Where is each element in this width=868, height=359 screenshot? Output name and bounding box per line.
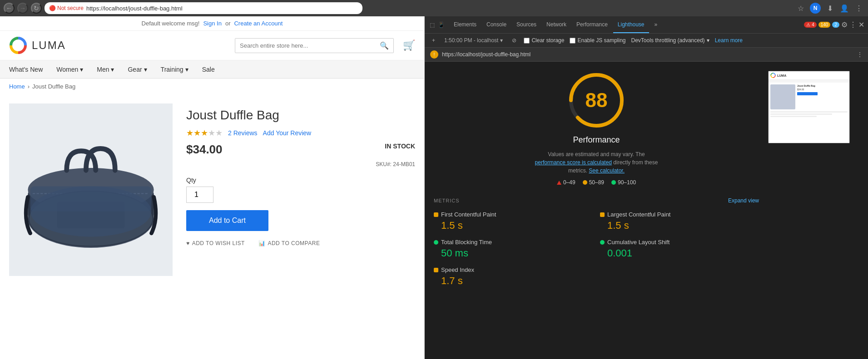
device-icon[interactable]: 📱 bbox=[437, 21, 445, 29]
metric-cls: Cumulative Layout Shift 0.001 bbox=[600, 239, 759, 259]
perf-score-link[interactable]: performance score is calculated bbox=[535, 159, 612, 166]
sign-in-link[interactable]: Sign In bbox=[203, 20, 221, 27]
tab-performance[interactable]: Performance bbox=[572, 16, 612, 33]
create-account-link[interactable]: Create an Account bbox=[234, 20, 283, 27]
menu-icon[interactable]: ⋮ bbox=[853, 3, 864, 14]
search-icon[interactable]: 🔍 bbox=[380, 41, 389, 50]
tab-elements[interactable]: Elements bbox=[449, 16, 481, 33]
legend-red: 0–49 bbox=[557, 179, 575, 186]
browser-chrome: ← → ↻ 🔴 Not secure https://localhost/jou… bbox=[0, 0, 868, 16]
star-4: ★ bbox=[208, 128, 215, 138]
reviews-link[interactable]: 2 Reviews bbox=[228, 129, 258, 137]
enable-js-input[interactable] bbox=[570, 38, 575, 44]
legend-green: 90–100 bbox=[611, 179, 636, 186]
product-image bbox=[9, 103, 173, 276]
expand-view-button[interactable]: Expand view bbox=[728, 197, 759, 204]
extension-icon[interactable]: N bbox=[810, 3, 821, 14]
metric-fcp-icon bbox=[434, 212, 438, 217]
stock-status: IN STOCK bbox=[385, 143, 415, 150]
breadcrumb-home[interactable]: Home bbox=[9, 83, 25, 90]
score-number: 88 bbox=[585, 89, 608, 112]
add-to-compare-link[interactable]: 📊 ADD TO COMPARE bbox=[258, 240, 320, 246]
bookmark-icon[interactable]: ☆ bbox=[795, 3, 806, 14]
or-separator: or bbox=[225, 20, 231, 27]
devtools-mode-icons: ⬚ 📱 bbox=[428, 21, 445, 29]
nav-item-men[interactable]: Men ▾ bbox=[97, 60, 114, 78]
svg-rect-8 bbox=[30, 187, 152, 211]
info-badge: 2 bbox=[832, 22, 839, 28]
add-to-wishlist-link[interactable]: ♥ ADD TO WISH LIST bbox=[186, 240, 245, 246]
more-tabs-button[interactable]: » bbox=[650, 16, 662, 33]
address-bar[interactable]: 🔴 Not secure https://localhost/joust-duf… bbox=[45, 2, 362, 14]
learn-more-link[interactable]: Learn more bbox=[715, 37, 743, 44]
url-warning-icon: ! bbox=[430, 50, 438, 59]
preview-logo-text: LUMA bbox=[777, 74, 786, 77]
tab-lighthouse[interactable]: Lighthouse bbox=[613, 16, 649, 33]
add-session-button[interactable]: + bbox=[430, 36, 437, 44]
star-2: ★ bbox=[193, 128, 201, 138]
clear-storage-input[interactable] bbox=[524, 38, 530, 44]
devtools-toolbar: + 1:50:00 PM - localhost ▾ ⊘ Clear stora… bbox=[425, 34, 868, 48]
enable-js-checkbox[interactable]: Enable JS sampling bbox=[570, 37, 625, 44]
url-text: https://localhost/joust-duffle-bag.html bbox=[86, 5, 183, 12]
more-options-icon[interactable]: ⋮ bbox=[849, 20, 857, 29]
tab-sources[interactable]: Sources bbox=[512, 16, 541, 33]
nav-item-women[interactable]: Women ▾ bbox=[56, 60, 83, 78]
preview-line-1 bbox=[770, 111, 848, 113]
metric-tbt-header: Total Blocking Time bbox=[434, 239, 593, 246]
lighthouse-content: 88 Performance Values are estimated and … bbox=[425, 62, 868, 359]
forward-button[interactable]: → bbox=[17, 3, 28, 14]
metric-fcp-value: 1.5 s bbox=[434, 220, 593, 231]
nav-item-gear[interactable]: Gear ▾ bbox=[128, 60, 147, 78]
metric-tbt: Total Blocking Time 50 ms bbox=[434, 239, 593, 259]
add-to-cart-button[interactable]: Add to Cart bbox=[186, 210, 268, 231]
qty-label: Qty bbox=[186, 177, 415, 184]
star-rating: ★ ★ ★ ★ ★ bbox=[186, 128, 223, 138]
url-more-icon[interactable]: ⋮ bbox=[857, 51, 863, 58]
settings-icon[interactable]: ⚙ bbox=[841, 20, 848, 29]
star-5: ★ bbox=[215, 128, 223, 138]
logo-svg-icon bbox=[9, 36, 27, 54]
add-review-link[interactable]: Add Your Review bbox=[263, 129, 312, 137]
devtools-url-bar: ! https://localhost/joust-duffle-bag.htm… bbox=[425, 48, 868, 62]
metrics-header: METRICS Expand view bbox=[434, 197, 759, 204]
tab-network[interactable]: Network bbox=[542, 16, 571, 33]
preview-line-3 bbox=[770, 116, 817, 117]
devtools-url: https://localhost/joust-duffle-bag.html bbox=[442, 51, 531, 58]
reload-button[interactable]: ↻ bbox=[31, 3, 42, 14]
tab-console[interactable]: Console bbox=[482, 16, 511, 33]
main-layout: Default welcome msg! Sign In or Create a… bbox=[0, 16, 868, 359]
score-description: Values are estimated and may vary. The p… bbox=[533, 150, 660, 175]
chevron-down-icon: ▾ bbox=[111, 66, 114, 73]
lighthouse-right: LUMA Joust Duffle Bag $34.00 bbox=[768, 71, 859, 350]
chevron-down-icon: ▾ bbox=[80, 66, 83, 73]
preview-bag-image bbox=[770, 84, 795, 109]
calculator-link[interactable]: See calculator. bbox=[589, 167, 625, 174]
search-bar[interactable]: 🔍 bbox=[235, 38, 394, 53]
preview-line-2 bbox=[770, 113, 832, 115]
download-icon[interactable]: ⬇ bbox=[824, 3, 835, 14]
site-nav: What's New Women ▾ Men ▾ Gear ▾ Training… bbox=[0, 60, 424, 79]
sku-info: SKU#: 24-MB01 bbox=[186, 161, 415, 167]
preview-product-name: Joust Duffle Bag bbox=[797, 84, 848, 87]
qty-input[interactable] bbox=[186, 187, 213, 203]
logo[interactable]: LUMA bbox=[9, 36, 66, 54]
nav-item-whats-new[interactable]: What's New bbox=[9, 60, 43, 78]
throttling-dropdown[interactable]: DevTools throttling (advanced) ▾ bbox=[631, 37, 709, 44]
score-section: 88 Performance Values are estimated and … bbox=[434, 71, 759, 190]
nav-item-training[interactable]: Training ▾ bbox=[161, 60, 188, 78]
cart-icon[interactable]: 🛒 bbox=[403, 39, 415, 51]
profile-icon[interactable]: 👤 bbox=[839, 3, 850, 14]
close-devtools-icon[interactable]: ✕ bbox=[858, 20, 864, 29]
back-button[interactable]: ← bbox=[4, 3, 15, 14]
metrics-grid: First Contentful Paint 1.5 s Largest Con… bbox=[434, 211, 759, 287]
inspect-icon[interactable]: ⬚ bbox=[428, 21, 436, 29]
search-input[interactable] bbox=[240, 42, 376, 49]
session-selector[interactable]: 1:50:00 PM - localhost ▾ bbox=[442, 36, 505, 44]
nav-item-sale[interactable]: Sale bbox=[202, 60, 215, 78]
devtools-actions: ⚠ 4 140 2 ⚙ ⋮ ✕ bbox=[804, 20, 864, 29]
clear-storage-checkbox[interactable]: Clear storage bbox=[524, 37, 564, 44]
clear-session-button[interactable]: ⊘ bbox=[510, 36, 518, 44]
security-icon: 🔴 bbox=[49, 5, 56, 11]
metric-si-header: Speed Index bbox=[434, 266, 593, 273]
